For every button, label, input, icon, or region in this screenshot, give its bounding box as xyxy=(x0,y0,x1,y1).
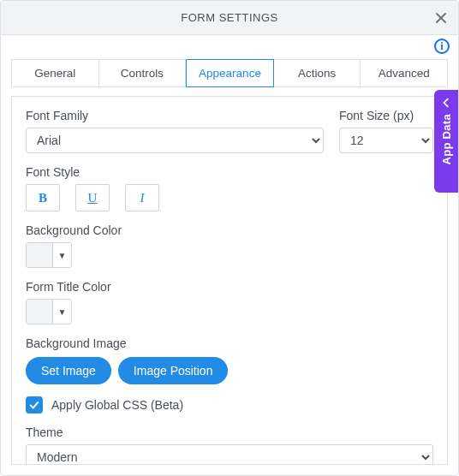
tab-appearance[interactable]: Appearance xyxy=(186,59,274,87)
form-settings-dialog: FORM SETTINGS i General Controls Appeara… xyxy=(0,0,459,476)
font-family-label: Font Family xyxy=(26,109,324,122)
font-style-label: Font Style xyxy=(26,165,433,179)
font-style-section: Font Style B U I xyxy=(26,165,433,211)
global-css-label: Apply Global CSS (Beta) xyxy=(51,398,183,412)
bg-color-label: Background Color xyxy=(26,223,433,237)
title-color-picker[interactable]: ▼ xyxy=(26,299,72,324)
dialog-title: FORM SETTINGS xyxy=(181,11,277,24)
bg-color-swatch xyxy=(27,243,52,267)
global-css-row: Apply Global CSS (Beta) xyxy=(26,396,433,414)
theme-field: Theme Modern xyxy=(26,425,433,465)
close-button[interactable] xyxy=(431,8,451,28)
dialog-header: FORM SETTINGS xyxy=(1,1,458,35)
underline-button[interactable]: U xyxy=(75,184,110,211)
info-icon[interactable]: i xyxy=(434,39,450,54)
theme-label: Theme xyxy=(26,425,433,439)
chevron-left-icon xyxy=(440,97,452,109)
bg-color-section: Background Color ▼ xyxy=(26,223,433,268)
global-css-checkbox[interactable] xyxy=(26,396,43,414)
check-icon xyxy=(28,399,40,411)
bg-color-picker[interactable]: ▼ xyxy=(26,242,72,268)
image-position-button[interactable]: Image Position xyxy=(118,357,229,384)
tab-general[interactable]: General xyxy=(11,59,99,87)
tab-actions[interactable]: Actions xyxy=(274,59,361,87)
font-size-label: Font Size (px) xyxy=(339,109,433,122)
font-family-field: Font Family Arial xyxy=(26,109,324,153)
theme-select[interactable]: Modern xyxy=(26,444,433,465)
bg-image-section: Background Image Set Image Image Positio… xyxy=(26,336,433,384)
italic-button[interactable]: I xyxy=(125,184,159,211)
tab-advanced[interactable]: Advanced xyxy=(361,59,448,87)
set-image-button[interactable]: Set Image xyxy=(26,357,111,384)
tab-bar: General Controls Appearance Actions Adva… xyxy=(1,54,458,87)
bold-button[interactable]: B xyxy=(26,184,60,211)
close-icon xyxy=(434,11,448,25)
content-panel: Font Family Arial Font Size (px) 12 Font… xyxy=(11,96,448,465)
bg-color-dropdown[interactable]: ▼ xyxy=(52,243,71,267)
title-color-label: Form Title Color xyxy=(26,280,433,294)
font-size-select[interactable]: 12 xyxy=(339,128,433,153)
tab-controls[interactable]: Controls xyxy=(99,59,187,87)
title-color-swatch xyxy=(27,300,52,324)
font-family-select[interactable]: Arial xyxy=(26,128,324,153)
font-size-field: Font Size (px) 12 xyxy=(339,109,433,153)
info-row: i xyxy=(1,35,458,54)
side-tab-label: App Data xyxy=(440,114,453,164)
title-color-dropdown[interactable]: ▼ xyxy=(52,300,71,324)
bg-image-label: Background Image xyxy=(26,336,433,350)
title-color-section: Form Title Color ▼ xyxy=(26,280,433,324)
app-data-side-tab[interactable]: App Data xyxy=(434,90,458,193)
